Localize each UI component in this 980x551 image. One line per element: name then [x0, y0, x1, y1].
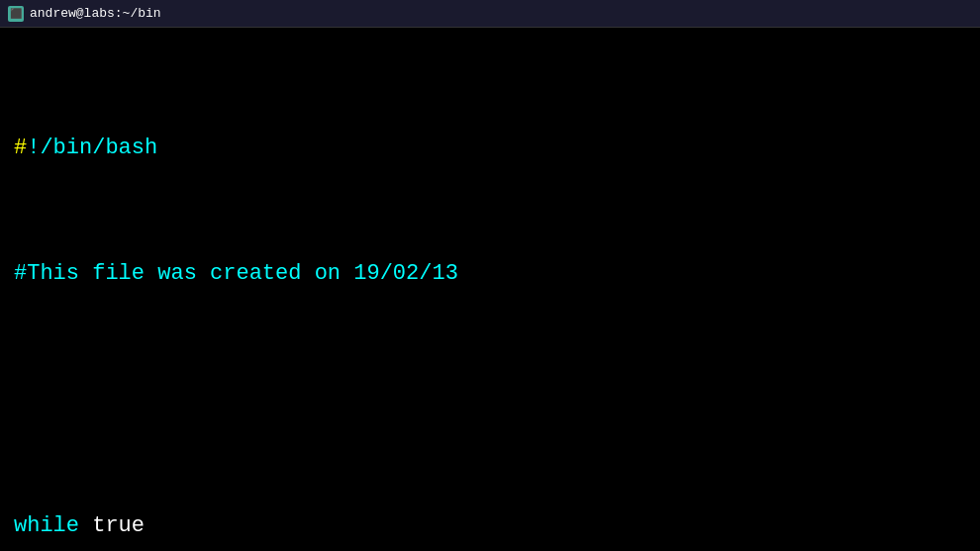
shebang-rest: !/bin/bash [27, 136, 157, 160]
code-content: #!/bin/bash #This file was created on 19… [14, 38, 966, 551]
while-rest: true [79, 513, 145, 538]
code-line-4: while true [14, 510, 966, 542]
terminal-body: #!/bin/bash #This file was created on 19… [0, 28, 980, 551]
comment-line: #This file was created on 19/02/13 [14, 261, 458, 286]
title-bar: ⬛ andrew@labs:~/bin [0, 0, 980, 28]
code-line-2: #This file was created on 19/02/13 [14, 258, 966, 290]
title-bar-text: andrew@labs:~/bin [30, 6, 161, 21]
while-keyword: while [14, 513, 79, 538]
shebang-hash: # [14, 136, 27, 160]
code-line-1: #!/bin/bash [14, 133, 966, 164]
terminal-icon: ⬛ [8, 6, 24, 22]
code-line-3 [14, 385, 966, 416]
